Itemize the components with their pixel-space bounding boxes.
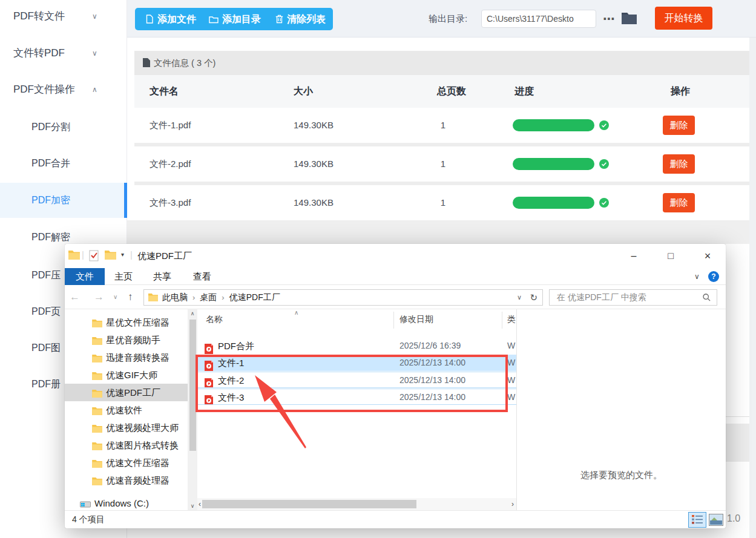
drive-icon (80, 500, 91, 508)
col-name: 文件名 (150, 75, 179, 108)
content-background (127, 220, 756, 244)
explorer-titlebar[interactable]: | ▾ | 优速PDF工厂 – □ × (65, 244, 726, 268)
more-button[interactable]: ⋯ (600, 7, 618, 31)
scroll-down-icon[interactable]: ∨ (188, 503, 197, 509)
pdf-file-icon (204, 341, 214, 354)
quick-access-check-icon[interactable] (89, 250, 99, 264)
delete-button[interactable]: 删除 (663, 116, 695, 135)
list-col-type[interactable]: 类 (507, 314, 516, 325)
breadcrumb-desktop[interactable]: 桌面 (200, 292, 217, 302)
clear-list-button[interactable]: 清除列表 (275, 8, 326, 30)
file-row-selected[interactable]: 文件-1 2025/12/13 14:00 W (197, 355, 516, 371)
menu-home[interactable]: 主页 (108, 268, 139, 285)
breadcrumb-this-pc[interactable]: 此电脑 (162, 292, 188, 302)
scroll-right-icon[interactable]: › (511, 498, 514, 510)
file-row[interactable]: PDF合并 2025/12/6 16:39 W (197, 338, 516, 354)
breadcrumb-separator: › (192, 293, 195, 302)
sidebar-item-pdf-split[interactable]: PDF分割 (0, 118, 127, 136)
delete-button[interactable]: 删除 (663, 193, 695, 212)
refresh-icon[interactable]: ↻ (530, 290, 537, 305)
table-header: 文件名 大小 总页数 进度 操作 (134, 75, 749, 108)
scrollbar-thumb[interactable] (202, 500, 416, 508)
tree-scrollbar[interactable]: ∧ ∨ (188, 309, 197, 510)
chevron-down-icon: ∨ (92, 44, 97, 62)
explorer-menubar: 文件 主页 共享 查看 ∨ ? (65, 268, 726, 285)
tree-item[interactable]: 迅捷音频转换器 (65, 349, 188, 366)
folder-icon (68, 250, 80, 262)
close-button[interactable]: × (694, 244, 721, 268)
minimize-button[interactable]: – (620, 244, 648, 268)
scrollbar-thumb[interactable] (189, 320, 196, 451)
file-row[interactable]: 文件-3 2025/12/13 14:00 W (197, 389, 516, 405)
up-icon[interactable]: ↑ (128, 285, 133, 309)
thumbnail-view-button[interactable] (709, 514, 723, 526)
table-row: 文件-2.pdf 149.30KB 1 删除 (134, 146, 749, 182)
add-folder-button[interactable]: 添加目录 (209, 8, 261, 30)
scroll-gutter (749, 38, 756, 538)
list-col-date[interactable]: 修改日期 (399, 314, 433, 325)
delete-button[interactable]: 删除 (663, 154, 695, 174)
app-window: PDF转文件 ∨ 文件转PDF ∨ PDF文件操作 ∧ PDF分割 PDF合并 … (0, 0, 756, 538)
scroll-up-icon[interactable]: ∧ (188, 310, 197, 317)
address-dropdown-icon[interactable]: ∨ (517, 290, 522, 305)
sidebar-item-pdf-operations[interactable]: PDF文件操作 ∧ (0, 80, 127, 99)
explorer-window: | ▾ | 优速PDF工厂 – □ × 文件 主页 共享 查看 ∨ ? ← → … (65, 244, 726, 528)
start-convert-button[interactable]: 开始转换 (655, 7, 712, 30)
tree-item[interactable]: 星优音频助手 (65, 331, 188, 349)
item-count: 4 个项目 (72, 511, 105, 528)
breadcrumb: 此电脑›桌面›优速PDF工厂 (162, 290, 280, 305)
column-divider[interactable] (502, 312, 502, 329)
tree-item[interactable]: 优速软件 (65, 401, 188, 419)
list-col-name[interactable]: 名称 (206, 314, 223, 325)
sidebar-item-pdf-to-file[interactable]: PDF转文件 ∨ (0, 7, 127, 25)
progress-bar (513, 158, 594, 170)
tree-item[interactable]: 优速图片格式转换 (65, 436, 188, 454)
tree-item-selected[interactable]: 优速PDF工厂 (65, 384, 188, 401)
help-button[interactable]: ? (708, 271, 719, 282)
column-divider[interactable] (393, 312, 394, 329)
pdf-file-icon (204, 375, 214, 388)
details-view-button[interactable] (688, 512, 706, 528)
window-title: 优速PDF工厂 (137, 244, 192, 268)
file-row[interactable]: 文件-2 2025/12/13 14:00 W (197, 372, 516, 388)
address-box[interactable]: 此电脑›桌面›优速PDF工厂 ∨ ↻ (143, 289, 543, 306)
sidebar-item-file-to-pdf[interactable]: 文件转PDF ∨ (0, 44, 127, 62)
recent-dropdown-icon[interactable]: ∨ (113, 285, 117, 309)
forward-icon[interactable]: → (94, 285, 104, 309)
tree-item[interactable]: 优速视频处理大师 (65, 419, 188, 436)
open-folder-icon[interactable] (621, 11, 637, 27)
search-input[interactable]: 在 优速PDF工厂 中搜索 (549, 289, 717, 306)
file-info-bar: 文件信息 ( 3 个) (134, 51, 749, 75)
add-file-button[interactable]: 添加文件 (145, 8, 196, 30)
ribbon-collapse-icon[interactable]: ∨ (694, 268, 700, 285)
sidebar-item-pdf-encrypt[interactable]: PDF加密 (0, 183, 127, 218)
tree-item[interactable]: 优速GIF大师 (65, 366, 188, 384)
back-icon[interactable]: ← (70, 285, 80, 309)
menu-share[interactable]: 共享 (147, 268, 177, 285)
tree-item[interactable]: 星优文件压缩器 (65, 313, 188, 331)
sidebar-item-pdf-merge[interactable]: PDF合并 (0, 154, 127, 172)
explorer-addressbar: ← → ∨ ↑ 此电脑›桌面›优速PDF工厂 ∨ ↻ 在 优速PDF工厂 中搜索 (65, 285, 726, 309)
col-progress: 进度 (514, 75, 534, 108)
qat-dropdown-icon[interactable]: ▾ (121, 251, 124, 258)
menu-file[interactable]: 文件 (65, 268, 105, 285)
tree-item-drive[interactable]: Windows (C:) (65, 494, 188, 510)
table-row: 文件-3.pdf 149.30KB 1 删除 (134, 185, 749, 220)
toolbar-button-group: 添加文件 添加目录 清除列表 (135, 8, 333, 30)
chevron-down-icon: ∨ (92, 7, 97, 25)
horizontal-scrollbar[interactable]: ‹ › (197, 498, 516, 510)
success-check-icon (599, 159, 609, 171)
folder-icon (148, 293, 158, 304)
tree-item[interactable]: 优速音频处理器 (65, 471, 188, 489)
table-row: 文件-1.pdf 149.30KB 1 删除 (134, 108, 749, 143)
maximize-button[interactable]: □ (657, 244, 685, 268)
scroll-left-icon[interactable]: ‹ (199, 498, 201, 510)
folder-tree: 星优文件压缩器 星优音频助手 迅捷音频转换器 优速GIF大师 优速PDF工厂 优… (65, 309, 188, 510)
progress-bar (513, 119, 594, 131)
output-dir-input[interactable] (481, 10, 596, 28)
menu-view[interactable]: 查看 (187, 268, 217, 285)
add-file-icon (145, 15, 154, 24)
tree-item[interactable]: 优速文件压缩器 (65, 454, 188, 471)
folder-icon[interactable] (105, 250, 116, 262)
breadcrumb-folder[interactable]: 优速PDF工厂 (229, 292, 280, 302)
